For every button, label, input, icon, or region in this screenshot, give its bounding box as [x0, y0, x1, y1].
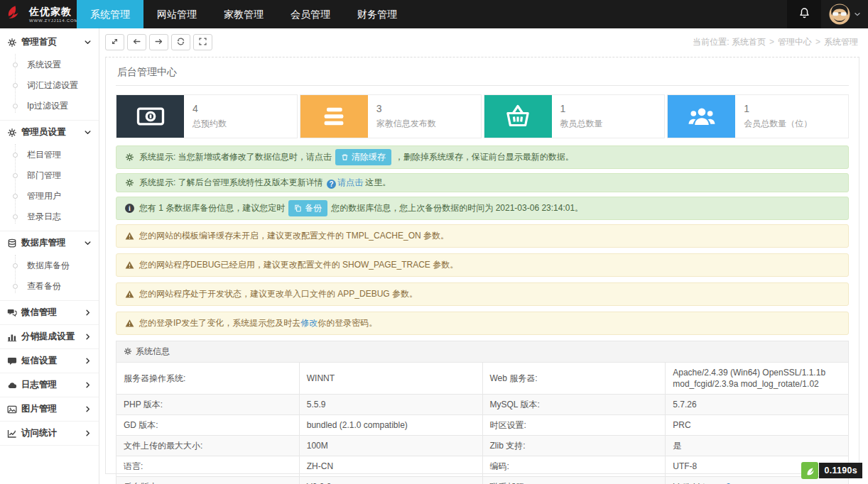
- stat-label: 家教信息发布数: [376, 118, 436, 130]
- trace-widget: 0.1190s: [801, 462, 862, 479]
- logo-subtitle: WWW.ZYJJ114.COM: [29, 18, 78, 23]
- button-label: 备份: [305, 202, 322, 214]
- sidebar-submenu: 系统设置词汇过滤设置Ip过滤设置: [0, 54, 99, 120]
- comments-icon: [7, 308, 17, 318]
- stat-card: 1教员总数量: [484, 94, 666, 138]
- alert-link[interactable]: 请点击: [337, 177, 363, 187]
- sidebar-item[interactable]: 管理用户: [0, 186, 99, 207]
- sidebar-group: 短信设置: [0, 349, 99, 373]
- stat-cards: 4总预约数3家教信息发布数1教员总数量1会员总数量（位）: [116, 94, 849, 138]
- arrow-right-button[interactable]: [149, 34, 168, 50]
- alert-text: 您的登录IP发生了变化，系统提示您及时去修改你的登录密码。: [139, 317, 840, 329]
- alert-warning: 您的网站程序DEBUG已经启用，建议更改配置文件的 SHOW_PAGE_TRAC…: [116, 253, 849, 277]
- breadcrumb-item[interactable]: 管理中心: [778, 37, 812, 47]
- sidebar-group-toggle[interactable]: 数据库管理: [0, 231, 99, 255]
- sidebar-group-toggle[interactable]: 日志管理: [0, 373, 99, 397]
- chevron-down-icon: [854, 11, 861, 18]
- alerts: 系统提示: 当您新增或者修改了数据信息时，请点击清除缓存，删除掉系统缓存，保证前…: [116, 145, 849, 335]
- breadcrumb-item[interactable]: 系统首页: [732, 37, 766, 47]
- app-logo[interactable]: 佐优家教 WWW.ZYJJ114.COM: [0, 0, 77, 28]
- avatar: [829, 4, 850, 25]
- alert-success: 系统提示: 了解后台管理系统特性及版本更新详情 ?请点击 这里。: [116, 173, 849, 192]
- sidebar-item[interactable]: 登录日志: [0, 207, 99, 227]
- sidebar-group-label: 管理首页: [21, 36, 57, 48]
- chevron-right-icon: [84, 333, 92, 341]
- basket-icon: [484, 95, 552, 138]
- nav-tab-3[interactable]: 家教管理: [210, 0, 277, 28]
- breadcrumb-item[interactable]: 系统管理: [824, 37, 858, 47]
- sidebar-item[interactable]: 数据库备份: [0, 255, 99, 276]
- nav-tab-1[interactable]: 系统管理: [77, 0, 143, 28]
- sidebar-item[interactable]: Ip过滤设置: [0, 96, 99, 116]
- table-row: 后台版本:V2.0.2联系邮箱:bh#jxbht.com ?: [116, 477, 849, 484]
- sidebar-group: 日志管理: [0, 373, 99, 397]
- alert-link[interactable]: 修改: [300, 318, 318, 328]
- info-value: WINNT: [299, 363, 482, 395]
- refresh-button[interactable]: [171, 34, 190, 50]
- nav-tab-4[interactable]: 会员管理: [277, 0, 344, 28]
- sidebar-group-toggle[interactable]: 短信设置: [0, 349, 99, 373]
- sidebar-group-label: 微信管理: [21, 307, 57, 319]
- info-value: V2.0.2: [299, 477, 482, 484]
- primary-nav: 系统管理网站管理家教管理会员管理财务管理: [77, 0, 411, 28]
- sidebar-item[interactable]: 部门管理: [0, 165, 99, 186]
- breadcrumb-prefix: 当前位置:: [693, 37, 732, 47]
- sidebar-group: 访问统计: [0, 422, 99, 446]
- page-title: 后台管理中心: [116, 65, 849, 86]
- image-icon: [7, 405, 17, 414]
- nav-tab-2[interactable]: 网站管理: [143, 0, 210, 28]
- expand-diagonal-button[interactable]: [105, 34, 124, 50]
- notifications-button[interactable]: [787, 0, 821, 28]
- logo-text: 佐优家教 WWW.ZYJJ114.COM: [29, 6, 78, 23]
- sidebar-group-toggle[interactable]: 分销提成设置: [0, 325, 99, 348]
- alert-text: 您的网站程序处于开发状态，建议更改单入口文件的 APP_DEBUG 参数。: [139, 288, 840, 300]
- info-label: MySQL 版本:: [482, 395, 666, 415]
- nav-tab-5[interactable]: 财务管理: [344, 0, 411, 28]
- sidebar-group-toggle[interactable]: 访问统计: [0, 422, 99, 445]
- content-panel: 后台管理中心 4总预约数3家教信息发布数1教员总数量1会员总数量（位） 系统提示…: [105, 57, 859, 474]
- users-icon: [668, 95, 735, 138]
- navbar-right: [787, 0, 868, 28]
- user-menu[interactable]: [821, 0, 868, 28]
- info-label: PHP 版本:: [116, 395, 300, 415]
- history-controls: [105, 34, 215, 50]
- chevron-right-icon: [84, 429, 92, 437]
- sidebar-item[interactable]: 系统设置: [0, 55, 99, 75]
- list-stack-icon: [300, 95, 368, 138]
- sidebar-group-toggle[interactable]: 微信管理: [0, 301, 99, 324]
- expand-diagonal-icon: [110, 37, 119, 48]
- table-row: GD 版本:bundled (2.1.0 compatible)时区设置:PRC: [116, 415, 849, 436]
- bell-icon: [798, 7, 810, 21]
- toolbar: 当前位置: 系统首页>管理中心>系统管理: [99, 28, 868, 55]
- sidebar-group-toggle[interactable]: 管理首页: [0, 31, 99, 54]
- thinkphp-trace-icon[interactable]: [801, 462, 818, 479]
- chevron-right-icon: [84, 381, 92, 389]
- sidebar-item[interactable]: 查看备份: [0, 276, 99, 297]
- logo-flame-icon: [5, 4, 26, 25]
- stat-card: 3家教信息发布数: [300, 94, 482, 138]
- clear-cache-button[interactable]: 清除缓存: [335, 149, 391, 165]
- stat-value: 3: [376, 103, 436, 114]
- gear-icon: [125, 153, 134, 162]
- stat-card-body: 3家教信息发布数: [368, 95, 445, 138]
- table-row: PHP 版本:5.5.9MySQL 版本:5.7.26: [116, 395, 849, 415]
- info-circle-icon: i: [125, 204, 134, 213]
- chevron-right-icon: [84, 357, 92, 365]
- info-label: 文件上传的最大大小:: [116, 436, 300, 456]
- sidebar-group-toggle[interactable]: 图片管理: [0, 397, 99, 421]
- sidebar-group-toggle[interactable]: 管理员设置: [0, 121, 99, 144]
- sidebar-item[interactable]: 词汇过滤设置: [0, 75, 99, 96]
- question-circle-icon: ?: [327, 180, 336, 189]
- fullscreen-button[interactable]: [193, 34, 212, 50]
- sidebar-group-label: 数据库管理: [21, 237, 66, 249]
- sidebar-item[interactable]: 栏目管理: [0, 145, 99, 165]
- backup-button[interactable]: 备份: [288, 200, 327, 216]
- info-label: GD 版本:: [116, 415, 300, 436]
- arrow-left-button[interactable]: [127, 34, 146, 50]
- stat-card: 4总预约数: [116, 94, 298, 138]
- info-value: 是: [666, 436, 849, 456]
- stat-value: 1: [560, 103, 603, 114]
- info-label: Web 服务器:: [482, 363, 666, 395]
- sidebar-group-label: 日志管理: [21, 379, 57, 391]
- button-label: 清除缓存: [352, 151, 386, 163]
